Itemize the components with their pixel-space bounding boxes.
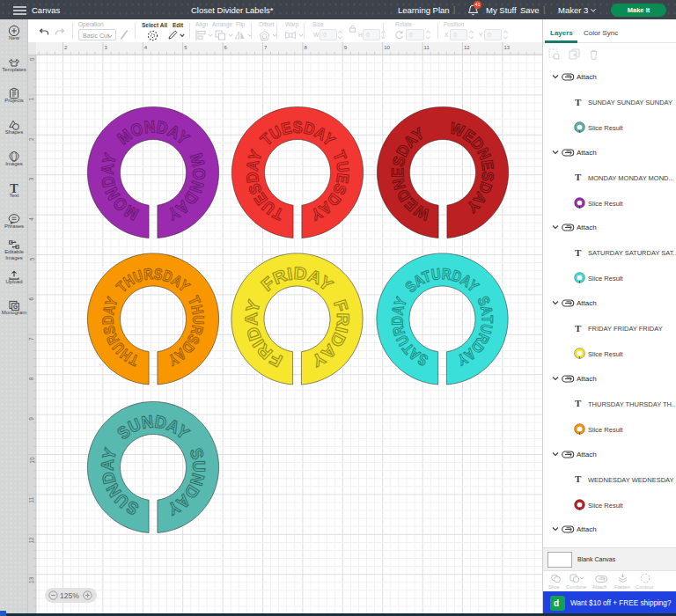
svg-text:0: 0 xyxy=(29,57,35,61)
svg-text:10: 10 xyxy=(29,457,35,464)
svg-text:10: 10 xyxy=(384,45,390,50)
svg-text:8: 8 xyxy=(29,377,35,380)
svg-text:2: 2 xyxy=(29,137,35,141)
svg-text:4: 4 xyxy=(29,217,35,221)
svg-text:12: 12 xyxy=(29,537,35,544)
svg-text:11: 11 xyxy=(29,497,35,503)
svg-text:5: 5 xyxy=(29,257,35,260)
svg-text:9: 9 xyxy=(29,417,35,421)
svg-text:3: 3 xyxy=(29,177,35,180)
svg-text:G: G xyxy=(13,303,18,309)
svg-text:6: 6 xyxy=(29,297,35,301)
svg-text:12: 12 xyxy=(464,45,470,50)
svg-text:13: 13 xyxy=(503,45,510,50)
svg-text:7: 7 xyxy=(29,337,35,341)
svg-text:13: 13 xyxy=(29,576,35,583)
svg-text:1: 1 xyxy=(29,98,35,101)
svg-text:11: 11 xyxy=(424,45,430,50)
